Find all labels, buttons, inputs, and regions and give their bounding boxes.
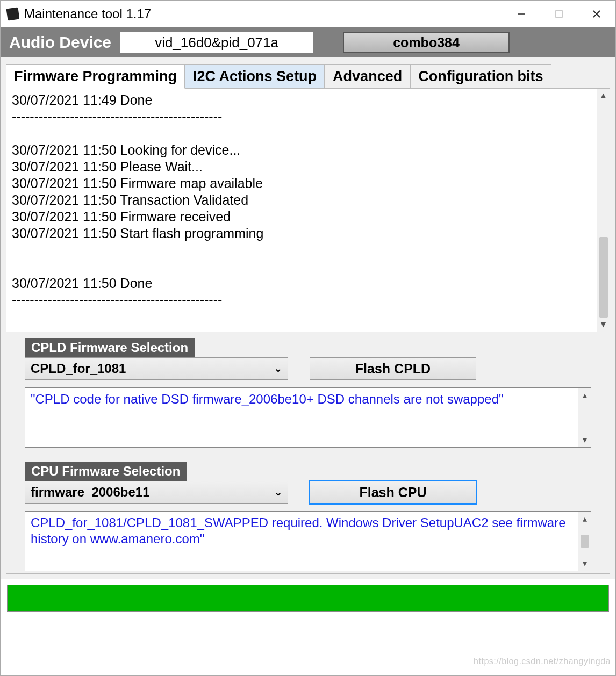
- cpld-desc-scrollbar[interactable]: ▴ ▾: [578, 388, 591, 447]
- scroll-up-icon[interactable]: ▴: [583, 390, 587, 400]
- window-controls: [503, 1, 615, 27]
- tab-row: Firmware Programming I2C Actions Setup A…: [6, 64, 610, 88]
- cpu-desc-scrollbar[interactable]: ▴ ▾: [578, 512, 591, 571]
- tab-i2c-actions-setup[interactable]: I2C Actions Setup: [185, 64, 325, 89]
- progress-bar: [7, 585, 609, 612]
- maximize-button[interactable]: [540, 1, 578, 27]
- audio-device-input[interactable]: [120, 32, 313, 53]
- flash-cpld-button[interactable]: Flash CPLD: [310, 357, 476, 380]
- cpu-description[interactable]: CPLD_for_1081/CPLD_1081_SWAPPED required…: [25, 512, 578, 571]
- watermark: https://blog.csdn.net/zhangyingda: [474, 657, 611, 666]
- audio-device-label: Audio Device: [6, 33, 114, 52]
- cpu-section: CPU Firmware Selection firmware_2006be11…: [25, 462, 591, 571]
- app-icon: [6, 7, 20, 20]
- cpld-description-box: "CPLD code for native DSD firmware_2006b…: [25, 387, 591, 448]
- cpu-selected-value: firmware_2006be11: [31, 485, 149, 500]
- close-button[interactable]: [578, 1, 615, 27]
- tabs-container: Firmware Programming I2C Actions Setup A…: [1, 57, 615, 579]
- lower-panels: CPLD Firmware Selection CPLD_for_1081 ⌄ …: [6, 332, 610, 573]
- scroll-down-icon[interactable]: ▾: [583, 435, 587, 445]
- scroll-down-icon[interactable]: ▼: [599, 320, 608, 329]
- tab-configuration-bits[interactable]: Configuration bits: [410, 64, 551, 89]
- tab-advanced[interactable]: Advanced: [325, 64, 410, 89]
- log-container: 30/07/2021 11:49 Done ------------------…: [6, 89, 610, 332]
- cpu-section-label: CPU Firmware Selection: [25, 462, 187, 481]
- flash-cpu-button[interactable]: Flash CPU: [310, 481, 476, 504]
- header-strip: Audio Device combo384: [1, 27, 615, 57]
- scroll-up-icon[interactable]: ▲: [599, 91, 608, 100]
- cpld-description[interactable]: "CPLD code for native DSD firmware_2006b…: [25, 388, 578, 447]
- log-output[interactable]: 30/07/2021 11:49 Done ------------------…: [6, 89, 597, 332]
- chevron-down-icon: ⌄: [274, 486, 282, 498]
- tab-content: 30/07/2021 11:49 Done ------------------…: [6, 88, 610, 574]
- minimize-button[interactable]: [503, 1, 540, 27]
- titlebar: Maintenance tool 1.17: [1, 1, 615, 27]
- cpld-firmware-select[interactable]: CPLD_for_1081 ⌄: [25, 357, 288, 380]
- tab-firmware-programming[interactable]: Firmware Programming: [6, 64, 185, 89]
- chevron-down-icon: ⌄: [274, 363, 282, 375]
- window-title: Maintenance tool 1.17: [24, 6, 503, 21]
- log-scrollbar[interactable]: ▲ ▼: [597, 89, 610, 332]
- scroll-thumb[interactable]: [581, 535, 589, 548]
- scroll-thumb[interactable]: [599, 237, 608, 318]
- cpu-firmware-select[interactable]: firmware_2006be11 ⌄: [25, 481, 288, 504]
- scroll-down-icon[interactable]: ▾: [583, 558, 587, 569]
- scroll-up-icon[interactable]: ▴: [583, 514, 587, 524]
- cpld-selected-value: CPLD_for_1081: [31, 361, 126, 376]
- cpld-section-label: CPLD Firmware Selection: [25, 338, 195, 357]
- cpld-section: CPLD Firmware Selection CPLD_for_1081 ⌄ …: [25, 338, 591, 448]
- cpu-description-box: CPLD_for_1081/CPLD_1081_SWAPPED required…: [25, 511, 591, 571]
- svg-rect-1: [556, 11, 562, 17]
- combo-button[interactable]: combo384: [343, 32, 510, 53]
